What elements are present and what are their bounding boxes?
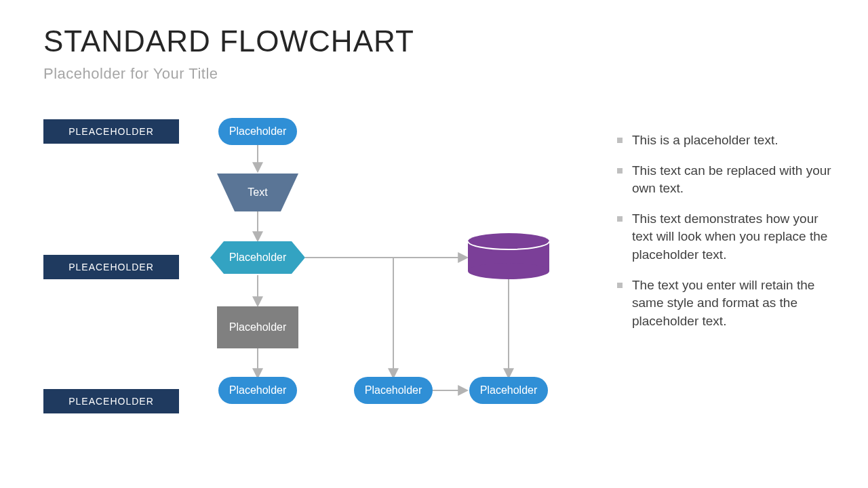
flowchart: Placeholder Text Placeholder Placeholder… (203, 108, 583, 434)
flow-terminator-2: Placeholder (354, 377, 433, 404)
lane-label-2: PLEACEHOLDER (43, 255, 179, 279)
note-item: This text demonstrates how your text wil… (617, 210, 834, 264)
svg-point-11 (468, 263, 549, 279)
notes-panel: This is a placeholder text. This text ca… (617, 131, 834, 342)
lane-label-1: PLEACEHOLDER (43, 119, 179, 144)
shape-label: Placeholder (229, 251, 287, 264)
flow-process: Placeholder (217, 306, 298, 348)
flow-terminator-3: Placeholder (469, 377, 548, 404)
note-item: This text can be replaced with your own … (617, 162, 834, 198)
lane-label-3: PLEACEHOLDER (43, 389, 179, 413)
shape-label: Placeholder (229, 125, 287, 138)
shape-label: Placeholder (229, 321, 287, 333)
slide: STANDARD FLOWCHART Placeholder for Your … (0, 0, 868, 488)
flow-database (468, 233, 549, 279)
note-item: This is a placeholder text. (617, 131, 834, 150)
shape-label: Placeholder (229, 384, 287, 396)
shape-label: Text (248, 186, 267, 199)
subtitle: Placeholder for Your Title (43, 65, 218, 83)
flow-terminator-1: Placeholder (218, 377, 297, 404)
shape-label: Placeholder (365, 384, 422, 396)
main-title: STANDARD FLOWCHART (43, 24, 414, 58)
flow-preparation: Placeholder (210, 241, 305, 274)
flow-start: Placeholder (218, 118, 297, 145)
flow-manual-operation: Text (217, 174, 298, 211)
shape-label: Placeholder (480, 384, 538, 396)
note-item: The text you enter will retain the same … (617, 277, 834, 331)
